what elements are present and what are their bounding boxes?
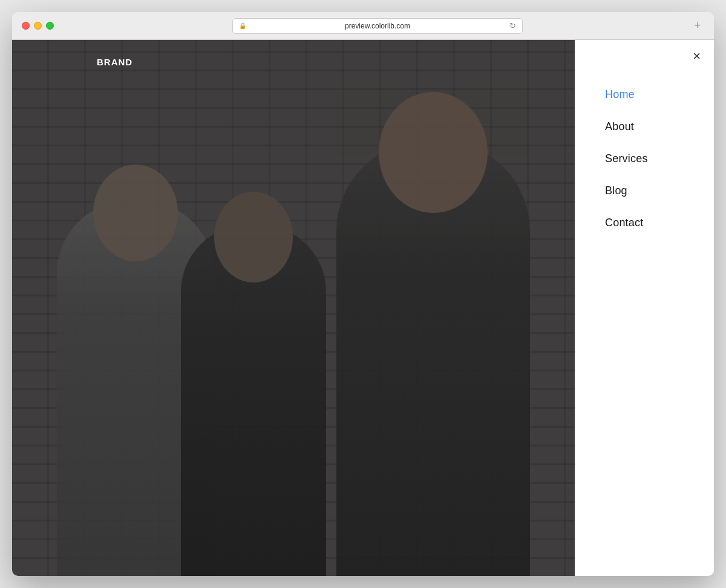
close-btn-row: × — [575, 40, 714, 73]
new-tab-button[interactable]: + — [691, 19, 704, 33]
traffic-lights — [22, 22, 54, 30]
main-area: BRAND — [12, 40, 575, 576]
close-nav-button[interactable]: × — [693, 50, 701, 63]
address-bar[interactable]: 🔒 preview.colorlib.com ↻ — [232, 18, 523, 34]
address-bar-wrapper: 🔒 preview.colorlib.com ↻ — [64, 18, 691, 34]
minimize-traffic-light[interactable] — [34, 22, 42, 30]
side-nav-panel: × Home About Services Blog Contact — [575, 40, 714, 576]
nav-menu: Home About Services Blog Contact — [575, 73, 714, 239]
brand-logo[interactable]: BRAND — [97, 57, 132, 67]
browser-content: BRAND × Home About Services Blog Contact — [12, 40, 714, 576]
browser-chrome: 🔒 preview.colorlib.com ↻ + — [12, 12, 714, 40]
dark-overlay — [12, 40, 575, 576]
nav-item-contact[interactable]: Contact — [605, 207, 714, 239]
lock-icon: 🔒 — [239, 22, 246, 29]
nav-item-about[interactable]: About — [605, 111, 714, 143]
reload-icon[interactable]: ↻ — [509, 21, 516, 30]
address-text: preview.colorlib.com — [250, 22, 506, 30]
close-traffic-light[interactable] — [22, 22, 30, 30]
nav-item-home[interactable]: Home — [605, 79, 714, 111]
nav-item-blog[interactable]: Blog — [605, 175, 714, 207]
nav-item-services[interactable]: Services — [605, 143, 714, 175]
browser-window: 🔒 preview.colorlib.com ↻ + BRAND × Home … — [12, 12, 714, 576]
maximize-traffic-light[interactable] — [46, 22, 54, 30]
